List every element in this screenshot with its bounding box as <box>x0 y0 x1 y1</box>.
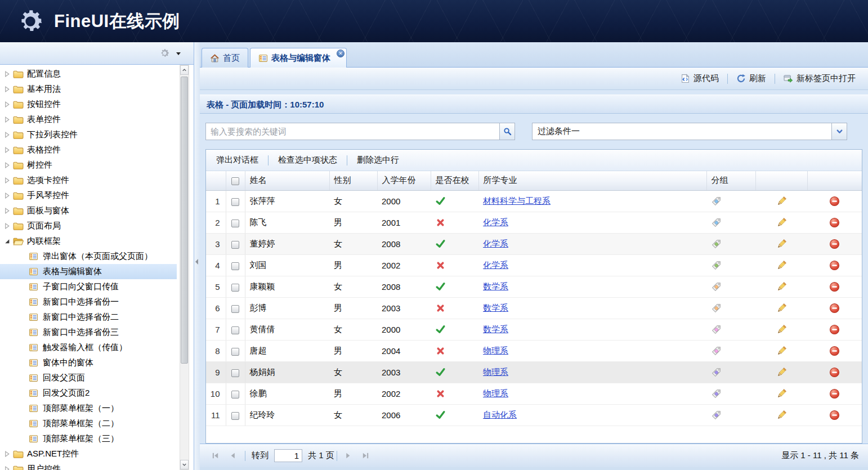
sidebar-item-folder-7[interactable]: 选项卡控件 <box>0 173 177 188</box>
sidebar-item-folder-3[interactable]: 表单控件 <box>0 112 177 127</box>
search-input[interactable] <box>206 123 499 140</box>
sidebar-item-folder-1[interactable]: 基本用法 <box>0 82 177 97</box>
delete-row-button[interactable] <box>829 367 840 378</box>
scrollbar-thumb[interactable] <box>181 77 188 364</box>
sidebar-item-folder-8[interactable]: 手风琴控件 <box>0 188 177 203</box>
row-checkbox[interactable] <box>231 369 239 377</box>
sidebar-scrollbar[interactable] <box>180 65 189 470</box>
menu-caret-icon[interactable] <box>176 51 181 56</box>
sidebar-item-leaf-18[interactable]: 触发器输入框（传值） <box>0 340 177 355</box>
sidebar-item-leaf-21[interactable]: 回发父页面2 <box>0 386 177 401</box>
panel-splitter[interactable] <box>194 42 200 470</box>
sidebar-item-folder-9[interactable]: 面板与窗体 <box>0 203 177 218</box>
settings-gear-icon[interactable] <box>159 48 170 59</box>
edit-row-button[interactable] <box>776 388 787 399</box>
delete-selected-button[interactable]: 删除选中行 <box>350 153 406 168</box>
delete-row-button[interactable] <box>829 281 840 292</box>
tree-expander[interactable] <box>4 223 11 230</box>
edit-row-button[interactable] <box>776 410 787 420</box>
sidebar-item-leaf-20[interactable]: 回发父页面 <box>0 370 177 386</box>
sidebar-item-leaf-22[interactable]: 顶部菜单框架（一） <box>0 401 177 416</box>
row-checkbox[interactable] <box>231 262 239 270</box>
sidebar-item-folder-11[interactable]: 内联框架 <box>0 234 177 249</box>
delete-row-button[interactable] <box>829 239 840 249</box>
tree-expander[interactable] <box>4 466 11 470</box>
tree-expander[interactable] <box>4 132 11 138</box>
edit-row-button[interactable] <box>776 281 787 292</box>
edit-row-button[interactable] <box>776 196 787 207</box>
page-number-input[interactable] <box>274 449 302 462</box>
tab-home[interactable]: 首页 <box>202 48 248 68</box>
delete-row-button[interactable] <box>829 196 840 207</box>
last-page-button[interactable] <box>360 450 372 462</box>
sidebar-item-folder-6[interactable]: 树控件 <box>0 158 177 173</box>
row-checkbox[interactable] <box>231 284 239 292</box>
dropdown-trigger-button[interactable] <box>831 123 847 140</box>
next-page-button[interactable] <box>342 450 355 462</box>
tab-grid-edit-window[interactable]: 表格与编辑窗体 ✕ <box>250 48 347 68</box>
sidebar-item-folder-4[interactable]: 下拉列表控件 <box>0 127 177 142</box>
first-page-button[interactable] <box>209 450 221 462</box>
column-header-major[interactable]: 所学专业 <box>478 171 706 190</box>
delete-row-button[interactable] <box>829 346 840 356</box>
delete-row-button[interactable] <box>829 260 840 271</box>
sidebar-item-leaf-16[interactable]: 新窗口中选择省份二 <box>0 310 177 325</box>
sidebar-item-folder-10[interactable]: 页面布局 <box>0 218 177 234</box>
major-link[interactable]: 化学系 <box>483 239 508 248</box>
tree-expander[interactable] <box>4 451 11 458</box>
edit-row-button[interactable] <box>776 239 787 249</box>
row-checkbox[interactable] <box>231 412 239 420</box>
sidebar-item-leaf-19[interactable]: 窗体中的窗体 <box>0 355 177 370</box>
sidebar-item-folder-5[interactable]: 表格控件 <box>0 142 177 158</box>
sidebar-item-folder-25[interactable]: ASP.NET控件 <box>0 446 177 462</box>
column-header-enrolled[interactable]: 是否在校 <box>431 171 478 190</box>
sidebar-item-leaf-12[interactable]: 弹出窗体（本页面或父页面） <box>0 249 177 264</box>
source-code-button[interactable]: 源代码 <box>675 71 724 86</box>
sidebar-item-folder-26[interactable]: 用户控件 <box>0 462 177 470</box>
scroll-up-button[interactable] <box>180 65 189 75</box>
row-checkbox[interactable] <box>231 220 239 227</box>
sidebar-item-folder-2[interactable]: 按钮控件 <box>0 97 177 112</box>
sidebar-item-folder-0[interactable]: 配置信息 <box>0 66 177 82</box>
major-link[interactable]: 物理系 <box>483 388 508 398</box>
column-header-group[interactable]: 分组 <box>706 171 755 190</box>
tree-expander[interactable] <box>4 177 11 184</box>
major-link[interactable]: 物理系 <box>483 367 508 377</box>
sidebar-item-leaf-13[interactable]: 表格与编辑窗体 <box>0 264 177 279</box>
collapse-sidebar-arrow[interactable] <box>195 259 198 265</box>
edit-row-button[interactable] <box>776 324 787 335</box>
edit-row-button[interactable] <box>776 346 787 356</box>
major-link[interactable]: 自动化系 <box>483 410 517 419</box>
scroll-down-button[interactable] <box>180 460 189 469</box>
row-checkbox[interactable] <box>231 305 239 313</box>
popup-dialog-button[interactable]: 弹出对话框 <box>209 153 265 168</box>
sidebar-item-leaf-14[interactable]: 子窗口向父窗口传值 <box>0 279 177 294</box>
search-button[interactable] <box>499 123 514 140</box>
edit-row-button[interactable] <box>776 303 787 314</box>
select-all-checkbox[interactable] <box>231 177 239 185</box>
row-checkbox[interactable] <box>231 348 239 356</box>
edit-row-button[interactable] <box>776 260 787 271</box>
delete-row-button[interactable] <box>829 217 840 228</box>
major-link[interactable]: 化学系 <box>483 217 508 227</box>
tree-expander[interactable] <box>4 71 11 78</box>
major-link[interactable]: 材料科学与工程系 <box>483 196 551 205</box>
sidebar-item-leaf-23[interactable]: 顶部菜单框架（二） <box>0 416 177 431</box>
delete-row-button[interactable] <box>829 303 840 314</box>
tab-close-icon[interactable]: ✕ <box>337 50 344 57</box>
prev-page-button[interactable] <box>226 450 239 462</box>
column-header-gender[interactable]: 性别 <box>329 171 377 190</box>
tree-expander[interactable] <box>4 101 11 108</box>
tree-expander[interactable] <box>4 238 11 245</box>
tree-expander[interactable] <box>4 117 11 123</box>
edit-row-button[interactable] <box>776 217 787 228</box>
open-new-tab-button[interactable]: 新标签页中打开 <box>778 71 861 86</box>
tree-expander[interactable] <box>4 208 11 214</box>
delete-row-button[interactable] <box>829 410 840 420</box>
column-header-year[interactable]: 入学年份 <box>377 171 431 190</box>
tree-expander[interactable] <box>4 162 11 169</box>
refresh-button[interactable]: 刷新 <box>731 71 772 86</box>
row-checkbox[interactable] <box>231 241 239 249</box>
row-checkbox[interactable] <box>231 198 239 206</box>
sidebar-item-leaf-15[interactable]: 新窗口中选择省份一 <box>0 294 177 310</box>
